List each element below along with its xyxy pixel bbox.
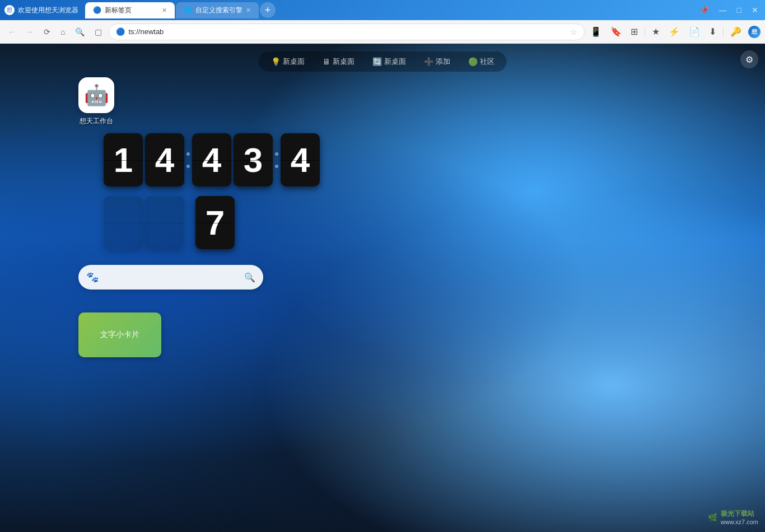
forward-button[interactable]: → xyxy=(22,25,37,39)
active-tab[interactable]: 🔵 新标签页 ✕ xyxy=(85,2,175,18)
address-input-wrap[interactable]: 🔵 ts://newtab ☆ xyxy=(109,24,585,40)
tab-nav-label-2: 新桌面 xyxy=(333,57,354,67)
app-icon-label: 想天工作台 xyxy=(80,116,113,126)
flip-dot-top xyxy=(186,152,190,156)
flip-minute-2: 3 xyxy=(234,133,273,186)
search-button[interactable]: 🔍 xyxy=(72,25,88,39)
tab-nav-label-add: 添加 xyxy=(436,57,450,67)
close-button[interactable]: ✕ xyxy=(749,4,761,16)
desktop-icon: 🖥 xyxy=(323,57,330,66)
gear-icon: ⚙ xyxy=(745,54,753,65)
refresh-button[interactable]: ⟳ xyxy=(40,25,54,39)
tab-nav-item-add[interactable]: ➕ 添加 xyxy=(416,54,458,69)
pin-button[interactable]: 📌 xyxy=(697,4,711,16)
title-bar: 想 欢迎使用想天浏览器 🔵 新标签页 ✕ 🌐 自定义搜索引擎 ✕ + 📌 — □… xyxy=(0,0,765,20)
inactive-tab-favicon: 🌐 xyxy=(184,6,192,14)
shield-icon: 🔵 xyxy=(116,27,125,36)
address-text: ts://newtab xyxy=(128,27,567,36)
app-emoji: 🤖 xyxy=(84,83,109,107)
grid-icon[interactable]: ⊞ xyxy=(628,24,640,39)
main-content: ⚙ 💡 新桌面 🖥 新桌面 🔄 新桌面 ➕ 添加 🟢 社区 🤖 想天工作台 xyxy=(0,44,765,532)
inactive-tab-close[interactable]: ✕ xyxy=(246,7,251,14)
inactive-tab[interactable]: 🌐 自定义搜索引擎 ✕ xyxy=(176,2,259,18)
watermark: 🌿 极光下载站 www.xz7.com xyxy=(708,509,758,525)
page-icon[interactable]: 📄 xyxy=(687,24,702,39)
search-submit-icon[interactable]: 🔍 xyxy=(244,272,255,283)
download-icon[interactable]: ⬇ xyxy=(707,24,719,39)
watermark-url: www.xz7.com xyxy=(721,519,758,525)
flip-hour-1: 1 xyxy=(104,133,143,186)
search-input[interactable] xyxy=(103,273,240,282)
plus-icon: ➕ xyxy=(424,57,433,66)
flip-dot-top-2 xyxy=(275,152,278,156)
divider1 xyxy=(645,26,645,38)
title-bar-left: 想 欢迎使用想天浏览器 xyxy=(4,5,78,15)
bookmark-icon[interactable]: 🔖 xyxy=(608,24,624,39)
key-icon[interactable]: 🔑 xyxy=(728,24,744,39)
flip-separator-1 xyxy=(186,141,190,179)
flip-dot-bottom-2 xyxy=(275,165,278,168)
active-tab-close[interactable]: ✕ xyxy=(162,7,167,14)
new-tab-button[interactable]: + xyxy=(260,2,276,18)
star-icon[interactable]: ☆ xyxy=(570,27,577,36)
flip-empty-2 xyxy=(145,196,184,249)
refresh-nav-icon: 🔄 xyxy=(372,57,382,66)
home-button[interactable]: ⌂ xyxy=(57,25,68,39)
tab-nav-label-community: 社区 xyxy=(480,57,495,67)
flip-second-row: 7 xyxy=(195,196,235,249)
divider2 xyxy=(723,26,724,38)
tab-nav-item-1[interactable]: 💡 新桌面 xyxy=(263,54,312,69)
settings-button[interactable]: ⚙ xyxy=(740,50,758,68)
toolbar-right: 📱 🔖 ⊞ ★ ⚡ 📄 ⬇ 🔑 想 xyxy=(588,24,761,39)
inactive-tab-label: 自定义搜索引擎 xyxy=(195,6,242,15)
back-button[interactable]: ← xyxy=(4,25,19,39)
tab-nav-item-community[interactable]: 🟢 社区 xyxy=(460,54,502,69)
app-icon-container[interactable]: 🤖 想天工作台 xyxy=(78,77,114,126)
minimize-button[interactable]: — xyxy=(717,4,729,16)
address-bar: ← → ⟳ ⌂ 🔍 ▢ 🔵 ts://newtab ☆ 📱 🔖 ⊞ ★ ⚡ 📄 … xyxy=(0,20,765,44)
watermark-text-group: 极光下载站 www.xz7.com xyxy=(721,509,758,525)
flip-second-1: 4 xyxy=(281,133,320,186)
tab-nav-label-3: 新桌面 xyxy=(384,57,406,67)
flip-separator-2 xyxy=(275,141,278,179)
phone-icon[interactable]: 📱 xyxy=(588,24,604,39)
flip-clock: 1 4 4 3 4 xyxy=(104,133,320,186)
search-bar: 🐾 🔍 xyxy=(78,265,263,290)
text-card-label: 文字小卡片 xyxy=(100,330,139,340)
active-tab-favicon: 🔵 xyxy=(93,6,101,14)
baidu-icon: 🐾 xyxy=(86,271,99,283)
flip-hour-2: 4 xyxy=(145,133,184,186)
text-card[interactable]: 文字小卡片 xyxy=(78,312,161,357)
screenshot-button[interactable]: ▢ xyxy=(91,25,105,39)
community-icon: 🟢 xyxy=(468,57,478,66)
app-icon: 🤖 xyxy=(78,77,114,113)
tab-nav-label-1: 新桌面 xyxy=(283,57,305,67)
flip-empty-1 xyxy=(104,196,143,249)
flip-dot-bottom xyxy=(186,165,190,168)
watermark-site-name: 极光下载站 xyxy=(721,509,758,519)
browser-icon: 想 xyxy=(4,5,15,15)
watermark-logo: 🌿 xyxy=(708,513,717,522)
title-bar-right: 📌 — □ ✕ xyxy=(697,4,761,16)
flip-minute-1: 4 xyxy=(192,133,231,186)
active-tab-label: 新标签页 xyxy=(105,6,132,15)
tab-nav-item-3[interactable]: 🔄 新桌面 xyxy=(365,54,414,69)
lightning-icon[interactable]: ⚡ xyxy=(666,24,682,39)
tab-nav-item-2[interactable]: 🖥 新桌面 xyxy=(315,54,362,69)
tab-group: 🔵 新标签页 ✕ 🌐 自定义搜索引擎 ✕ + xyxy=(85,2,276,18)
tab-nav: 💡 新桌面 🖥 新桌面 🔄 新桌面 ➕ 添加 🟢 社区 xyxy=(259,52,507,72)
flip-clock-row2: 7 xyxy=(104,196,235,249)
bulb-icon: 💡 xyxy=(271,57,281,66)
welcome-text: 欢迎使用想天浏览器 xyxy=(18,6,78,15)
maximize-button[interactable]: □ xyxy=(735,4,744,16)
user-avatar[interactable]: 想 xyxy=(748,26,761,38)
star-toolbar-icon[interactable]: ★ xyxy=(650,24,662,39)
